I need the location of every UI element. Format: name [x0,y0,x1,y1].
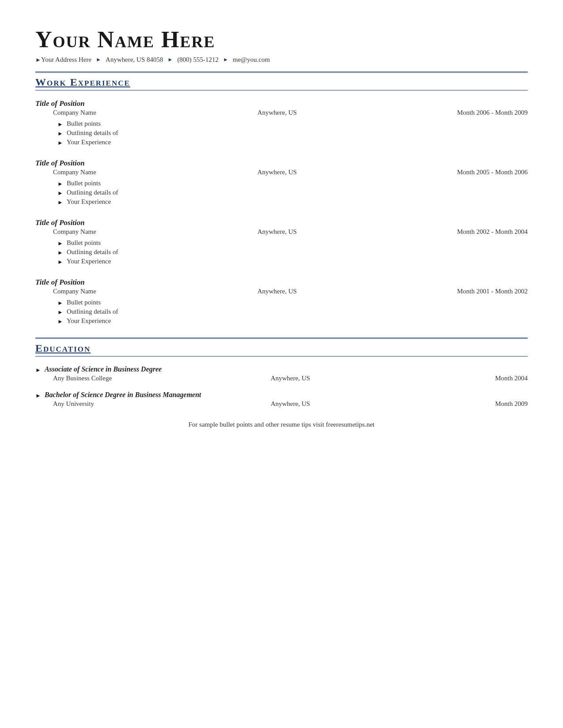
job-details-row-3: Company Name Anywhere, US Month 2002 - M… [35,228,528,236]
bullet-4-3: ►Your Experience [57,317,528,325]
bullet-3-1: ►Bullet points [57,239,528,247]
bullet-list-1: ►Bullet points ►Outlining details of ►Yo… [35,120,528,146]
job-title-1: Title of Position [35,99,528,108]
arrow-icon: ► [57,249,63,256]
job-details-row-1: Company Name Anywhere, US Month 2006 - M… [35,109,528,116]
arrow-icon: ► [57,199,63,206]
job-details-row-4: Company Name Anywhere, US Month 2001 - M… [35,288,528,295]
arrow-icon: ► [57,180,63,188]
edu-location-2: Anywhere, US [141,400,439,408]
work-section-title: Work Experience [35,76,130,88]
arrow-icon: ► [57,259,63,266]
dates-3: Month 2002 - Month 2004 [413,228,528,236]
contact-phone: (800) 555-1212 [177,56,219,64]
contact-sep-3: ► [223,56,228,63]
job-entry-1: Title of Position Company Name Anywhere,… [35,99,528,146]
contact-address: Your Address Here [41,56,91,64]
work-header-bar: Work Experience [35,73,528,90]
bullet-1-2: ►Outlining details of [57,129,528,137]
candidate-name: Your Name Here [35,26,528,53]
job-title-2: Title of Position [35,159,528,168]
job-title-3: Title of Position [35,218,528,227]
dates-4: Month 2001 - Month 2002 [413,288,528,295]
dates-2: Month 2005 - Month 2006 [413,169,528,176]
edu-date-1: Month 2004 [439,375,528,382]
arrow-icon: ► [57,130,63,137]
bullet-1-3: ►Your Experience [57,139,528,146]
edu-school-1: Any Business College [53,375,141,382]
dates-1: Month 2006 - Month 2009 [413,109,528,116]
bullet-2-2: ►Outlining details of [57,189,528,197]
bullet-4-1: ►Bullet points [57,299,528,307]
edu-date-2: Month 2009 [439,400,528,408]
edu-degree-1: Associate of Science in Business Degree [45,365,162,373]
arrow-icon: ► [57,139,63,146]
edu-details-row-2: Any University Anywhere, US Month 2009 [35,400,528,408]
company-4: Company Name [53,288,141,295]
job-entry-2: Title of Position Company Name Anywhere,… [35,159,528,206]
education-section: Education ► Associate of Science in Busi… [35,338,528,408]
edu-entry-1: ► Associate of Science in Business Degre… [35,365,528,382]
edu-top-row-1: ► Associate of Science in Business Degre… [35,365,528,374]
arrow-icon: ► [57,309,63,316]
bullet-list-3: ►Bullet points ►Outlining details of ►Yo… [35,239,528,266]
footer-note: For sample bullet points and other resum… [35,421,528,428]
company-3: Company Name [53,228,141,236]
edu-header-bar: Education [35,339,528,356]
location-2: Anywhere, US [141,169,413,176]
bullet-list-2: ►Bullet points ►Outlining details of ►Yo… [35,180,528,206]
contact-city: Anywhere, US 84058 [106,56,163,64]
bullet-2-1: ►Bullet points [57,180,528,188]
company-1: Company Name [53,109,141,116]
bullet-2-3: ►Your Experience [57,198,528,206]
contact-sep-2: ► [167,56,173,63]
arrow-icon: ► [57,190,63,197]
work-experience-section: Work Experience Title of Position Compan… [35,71,528,325]
job-entry-3: Title of Position Company Name Anywhere,… [35,218,528,266]
contact-row: ► Your Address Here ► Anywhere, US 84058… [35,56,528,64]
edu-degree-2: Bachelor of Science Degree in Business M… [45,391,201,399]
job-entry-4: Title of Position Company Name Anywhere,… [35,278,528,325]
edu-school-2: Any University [53,400,141,408]
company-2: Company Name [53,169,141,176]
edu-location-1: Anywhere, US [141,375,439,382]
bullet-4-2: ►Outlining details of [57,308,528,316]
job-details-row-2: Company Name Anywhere, US Month 2005 - M… [35,169,528,176]
edu-section-title: Education [35,342,91,354]
resume-header: Your Name Here ► Your Address Here ► Any… [35,26,528,64]
location-3: Anywhere, US [141,228,413,236]
contact-email: me@you.com [233,56,270,64]
location-4: Anywhere, US [141,288,413,295]
contact-arrow-1: ► [35,56,41,64]
arrow-icon: ► [57,300,63,307]
job-title-4: Title of Position [35,278,528,287]
bullet-3-3: ►Your Experience [57,258,528,266]
edu-details-row-1: Any Business College Anywhere, US Month … [35,375,528,382]
edu-arrow-2: ► [35,392,41,399]
edu-top-row-2: ► Bachelor of Science Degree in Business… [35,391,528,399]
contact-sep-1: ► [96,56,101,63]
arrow-icon: ► [57,318,63,325]
edu-arrow-1: ► [35,367,41,374]
bullet-list-4: ►Bullet points ►Outlining details of ►Yo… [35,299,528,325]
arrow-icon: ► [57,240,63,247]
bullet-1-1: ►Bullet points [57,120,528,128]
bullet-3-2: ►Outlining details of [57,248,528,256]
arrow-icon: ► [57,121,63,128]
location-1: Anywhere, US [141,109,413,116]
edu-entry-2: ► Bachelor of Science Degree in Business… [35,391,528,408]
